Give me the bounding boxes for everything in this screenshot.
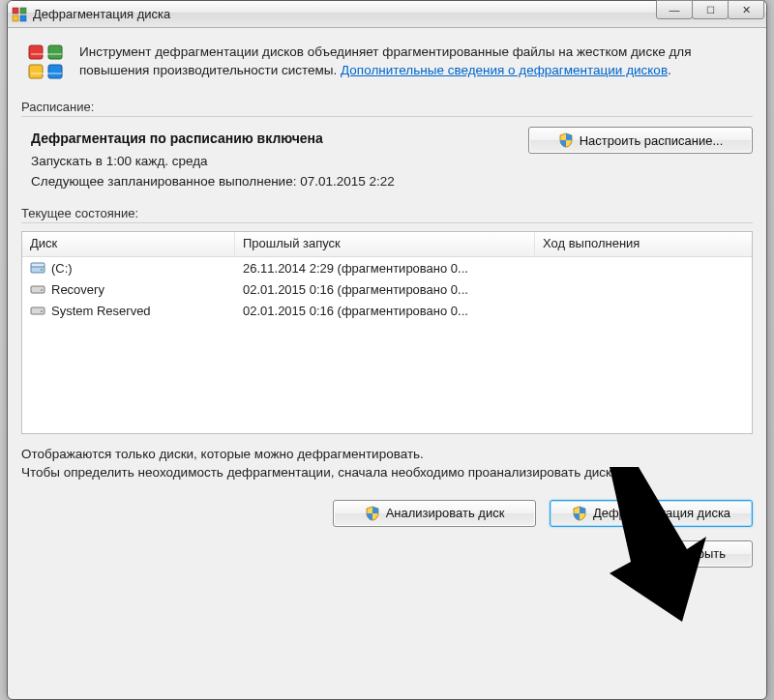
schedule-rule: [21, 116, 753, 117]
disk-table-header[interactable]: Диск Прошлый запуск Ход выполнения: [22, 232, 752, 257]
svg-rect-6: [29, 65, 43, 78]
svg-point-16: [41, 310, 43, 312]
col-header-progress[interactable]: Ход выполнения: [535, 232, 752, 256]
defrag-app-icon: [12, 7, 27, 22]
svg-rect-13: [31, 286, 45, 293]
svg-rect-15: [31, 307, 45, 314]
disk-last-run: 02.01.2015 0:16 (фрагментировано 0...: [235, 304, 535, 318]
disk-name: (C:): [51, 261, 73, 276]
schedule-section-label: Расписание:: [21, 100, 753, 114]
svg-rect-4: [29, 45, 43, 59]
maximize-button[interactable]: [692, 0, 729, 19]
schedule-run-at: Запускать в 1:00 кажд. среда: [31, 154, 753, 168]
disk-table: Диск Прошлый запуск Ход выполнения (C:) …: [21, 231, 753, 434]
svg-rect-3: [20, 15, 26, 21]
configure-schedule-button[interactable]: Настроить расписание...: [528, 127, 753, 154]
col-header-last-run[interactable]: Прошлый запуск: [235, 232, 535, 256]
defragment-disk-label: Дефрагментация диска: [593, 506, 730, 520]
shield-icon: [558, 132, 574, 148]
titlebar[interactable]: Дефрагментация диска: [8, 1, 766, 28]
disk-name: System Reserved: [51, 304, 151, 318]
svg-rect-7: [48, 65, 62, 78]
disk-last-run: 26.11.2014 2:29 (фрагментировано 0...: [235, 261, 535, 276]
hdd-icon: [30, 303, 45, 318]
window-controls: [657, 0, 764, 19]
svg-rect-0: [13, 8, 18, 14]
close-button[interactable]: Закрыть: [650, 540, 753, 568]
action-row: Анализировать диск Дефрагментация диска: [21, 500, 753, 527]
minimize-button[interactable]: [656, 0, 693, 19]
drive-icon: [30, 260, 45, 276]
shield-icon: [572, 506, 587, 521]
window-close-button[interactable]: [728, 0, 764, 19]
col-header-disk[interactable]: Диск: [22, 232, 235, 256]
table-row[interactable]: Recovery 02.01.2015 0:16 (фрагментирован…: [22, 278, 752, 300]
window-title: Дефрагментация диска: [33, 7, 170, 21]
schedule-block: Дефрагментация по расписанию включена За…: [21, 125, 753, 202]
help-link-suffix: .: [668, 63, 671, 77]
hdd-icon: [30, 281, 45, 297]
info-text: Отображаются только диски, которые можно…: [21, 446, 753, 482]
help-link[interactable]: Дополнительные сведения о дефрагментации…: [341, 63, 668, 77]
svg-rect-5: [48, 45, 62, 59]
defrag-large-icon: [27, 44, 66, 82]
svg-rect-9: [31, 73, 62, 74]
close-button-label: Закрыть: [677, 546, 726, 561]
svg-rect-1: [20, 8, 26, 14]
defrag-window: Дефрагментация диска Инструмент дефрагме…: [7, 0, 767, 700]
analyze-disk-label: Анализировать диск: [386, 506, 505, 520]
current-rule: [21, 222, 753, 223]
svg-point-12: [41, 269, 43, 271]
info-line-1: Отображаются только диски, которые можно…: [21, 447, 424, 461]
svg-point-14: [41, 289, 43, 291]
table-row[interactable]: System Reserved 02.01.2015 0:16 (фрагмен…: [22, 300, 752, 321]
svg-rect-11: [31, 263, 45, 267]
client-area: Инструмент дефрагментации дисков объедин…: [8, 28, 766, 581]
header-text: Инструмент дефрагментации дисков объедин…: [79, 44, 747, 80]
configure-schedule-label: Настроить расписание...: [580, 133, 724, 148]
shield-icon: [365, 506, 380, 521]
svg-rect-2: [13, 15, 18, 21]
header-row: Инструмент дефрагментации дисков объедин…: [27, 44, 747, 82]
current-section-label: Текущее состояние:: [21, 206, 753, 220]
disk-name: Recovery: [51, 282, 104, 297]
defragment-disk-button[interactable]: Дефрагментация диска: [550, 500, 753, 527]
close-row: Закрыть: [21, 540, 753, 568]
svg-rect-8: [31, 53, 62, 55]
schedule-next-run: Следующее запланированное выполнение: 07…: [31, 174, 753, 189]
disk-last-run: 02.01.2015 0:16 (фрагментировано 0...: [235, 282, 535, 297]
info-line-2: Чтобы определить неоходимость дефрагмент…: [21, 465, 622, 480]
table-row[interactable]: (C:) 26.11.2014 2:29 (фрагментировано 0.…: [22, 257, 752, 278]
analyze-disk-button[interactable]: Анализировать диск: [333, 500, 536, 527]
